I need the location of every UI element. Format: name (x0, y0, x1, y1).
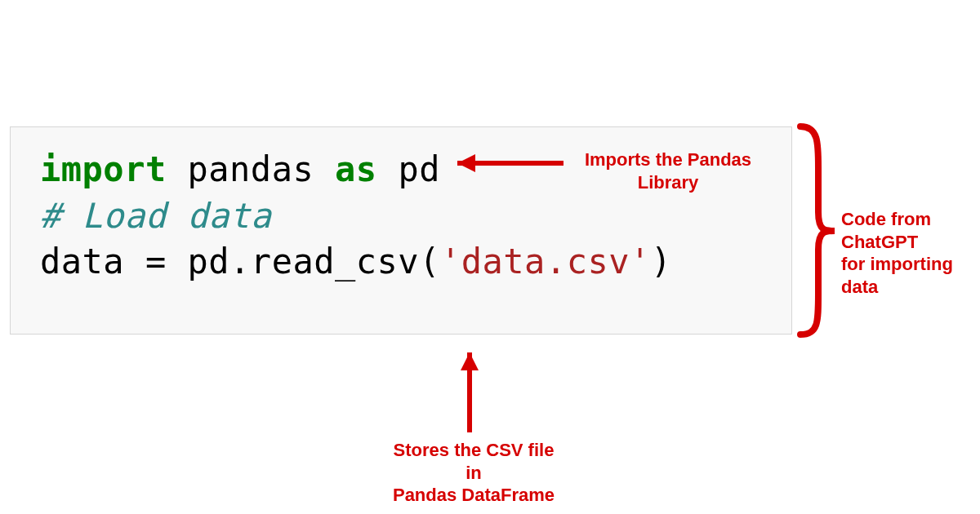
alias-pd: pd (398, 149, 440, 189)
module-pandas: pandas (188, 149, 314, 189)
string-quote-open: ' (440, 241, 461, 281)
svg-marker-3 (461, 352, 479, 370)
string-quote-close: ' (630, 241, 651, 281)
annotation-imports-pandas: Imports the PandasLibrary (570, 148, 766, 193)
annotation-stores-csv: Stores the CSV file inPandas DataFrame (384, 439, 564, 507)
keyword-as: as (335, 149, 377, 189)
code-line-4: data = pd.read_csv('data.csv') (40, 239, 768, 286)
arrow-bottom-icon (461, 352, 479, 432)
annotation-code-from-chatgpt: Code from ChatGPTfor importing data (841, 208, 978, 298)
string-filename: data.csv (461, 241, 630, 281)
read-csv-call: data = pd.read_csv( (40, 241, 440, 281)
keyword-import: import (40, 149, 167, 189)
brace-right-icon (800, 126, 835, 335)
code-line-comment: # Load data (40, 193, 768, 240)
paren-close: ) (651, 241, 672, 281)
